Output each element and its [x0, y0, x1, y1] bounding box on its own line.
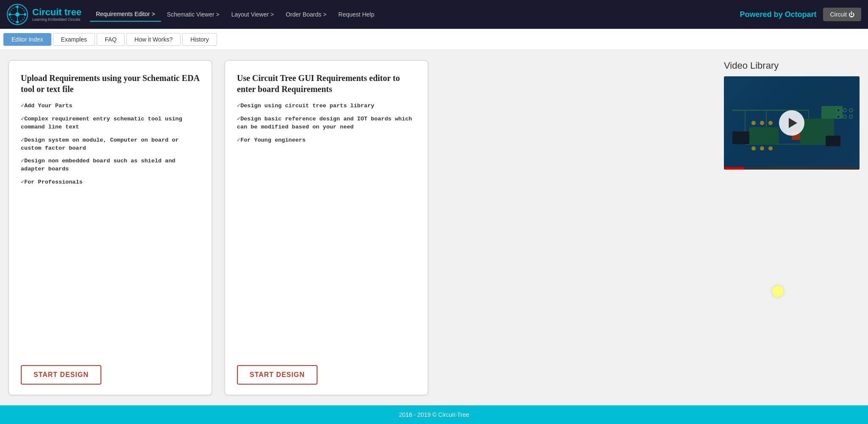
brand-subtitle: Learning Embedded Circuits	[32, 17, 81, 22]
feature-item: ✓Design basic reference design and IOT b…	[237, 115, 416, 131]
footer-text: 2016 - 2019 © Circuit-Tree	[399, 411, 469, 418]
tab-history[interactable]: History	[182, 33, 217, 46]
logo-area[interactable]: Circuit tree Learning Embedded Circuits	[7, 4, 81, 25]
nav-requirements-editor[interactable]: Requirements Editor >	[90, 7, 161, 22]
tab-examples[interactable]: Examples	[53, 33, 95, 46]
top-navigation: Circuit tree Learning Embedded Circuits …	[0, 0, 868, 29]
feature-item: ✓Complex requirement entry schematic too…	[21, 115, 200, 131]
circuit-button[interactable]: Circuit ⏻	[823, 8, 861, 21]
feature-item: ✓Design using circuit tree parts library	[237, 102, 416, 110]
start-design-button-2[interactable]: START DESIGN	[237, 365, 317, 385]
nav-schematic-viewer[interactable]: Schematic Viewer >	[161, 8, 225, 21]
cards-area: Upload Requirements using your Schematic…	[8, 60, 711, 395]
tab-faq[interactable]: FAQ	[97, 33, 125, 46]
start-design-button-1[interactable]: START DESIGN	[21, 365, 101, 385]
feature-item: ✓For Professionals	[21, 179, 200, 187]
nav-layout-viewer[interactable]: Layout Viewer >	[225, 8, 280, 21]
svg-rect-27	[732, 131, 749, 144]
feature-item: ✓For Young engineers	[237, 137, 416, 145]
feature-item: ✓Add Your Parts	[21, 102, 200, 110]
tab-editor-index[interactable]: Editor Index	[3, 33, 51, 46]
svg-rect-20	[749, 127, 779, 144]
svg-point-26	[768, 146, 773, 151]
svg-point-31	[843, 109, 846, 112]
video-progress-bar[interactable]	[724, 167, 860, 170]
svg-point-33	[837, 115, 840, 118]
sub-navigation: Editor Index Examples FAQ How it Works? …	[0, 29, 868, 50]
card-gui: Use Circuit Tree GUI Requirements editor…	[225, 60, 428, 395]
card-gui-title: Use Circuit Tree GUI Requirements editor…	[237, 73, 416, 95]
svg-point-30	[837, 109, 840, 112]
svg-point-8	[16, 21, 19, 23]
video-board-preview	[724, 76, 860, 170]
video-library-title: Video Library	[724, 60, 860, 71]
main-content: Upload Requirements using your Schematic…	[0, 50, 868, 405]
svg-point-32	[849, 109, 853, 112]
card-gui-features: ✓Design using circuit tree parts library…	[237, 102, 416, 357]
feature-item: ✓Design non embedded board such as shiel…	[21, 157, 200, 173]
svg-point-9	[8, 13, 11, 16]
card-upload: Upload Requirements using your Schematic…	[8, 60, 212, 395]
svg-point-22	[760, 121, 764, 125]
video-library: Video Library Quick Design with Circuit …	[724, 60, 860, 395]
nav-order-boards[interactable]: Order Boards >	[280, 8, 332, 21]
tab-how-it-works[interactable]: How it Works?	[126, 33, 181, 46]
brand-name: Circuit tree	[32, 7, 81, 17]
svg-point-35	[849, 115, 853, 118]
svg-point-7	[16, 6, 19, 8]
nav-request-help[interactable]: Request Help	[332, 8, 380, 21]
svg-point-10	[24, 13, 26, 16]
play-button-icon[interactable]	[779, 110, 804, 136]
card-upload-features: ✓Add Your Parts ✓Complex requirement ent…	[21, 102, 200, 357]
svg-point-21	[751, 121, 756, 125]
svg-point-24	[751, 146, 756, 151]
video-thumbnail[interactable]: Quick Design with Circuit Tree... ⋮	[724, 76, 860, 170]
footer: 2016 - 2019 © Circuit-Tree	[0, 405, 868, 424]
card-upload-title: Upload Requirements using your Schematic…	[21, 73, 200, 95]
circuit-tree-logo-icon	[7, 4, 28, 25]
powered-by: Powered by Octopart	[740, 10, 816, 19]
svg-point-23	[768, 121, 773, 125]
play-triangle	[789, 118, 797, 128]
feature-item: ✓Design system on module, Computer on bo…	[21, 137, 200, 153]
svg-point-25	[760, 146, 764, 151]
video-progress-fill	[724, 167, 744, 170]
svg-rect-28	[826, 136, 840, 146]
svg-point-34	[843, 115, 846, 118]
nav-links: Requirements Editor > Schematic Viewer >…	[90, 7, 740, 22]
svg-point-2	[15, 12, 19, 17]
